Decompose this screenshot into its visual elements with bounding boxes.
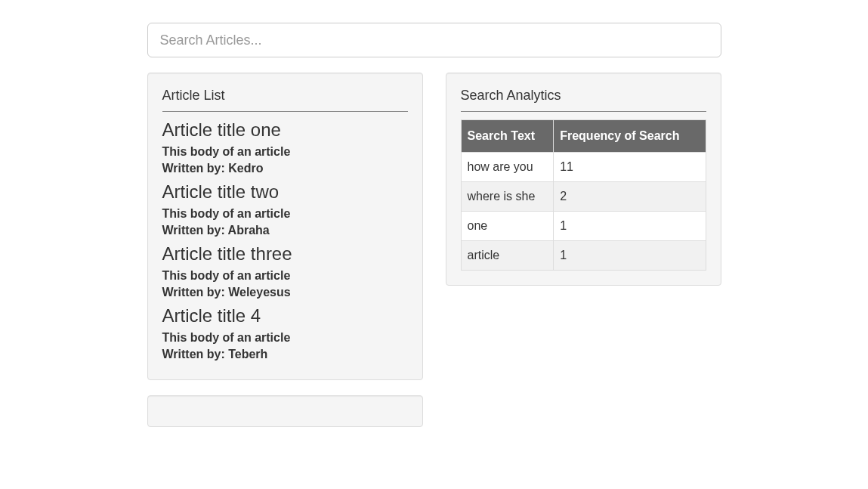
table-header-row: Search Text Frequency of Search xyxy=(461,120,706,153)
article-item: Article title oneThis body of an article… xyxy=(162,119,408,175)
article-body: This body of an article xyxy=(162,331,408,345)
article-author: Written by: Weleyesus xyxy=(162,286,408,299)
search-input[interactable] xyxy=(147,23,721,57)
analytics-heading: Search Analytics xyxy=(461,88,706,104)
cell-frequency: 1 xyxy=(554,212,706,241)
article-author: Written by: Teberh xyxy=(162,348,408,361)
cell-search-text: one xyxy=(461,212,554,241)
article-author: Written by: Kedro xyxy=(162,162,408,175)
cell-search-text: where is she xyxy=(461,182,554,212)
article-title: Article title 4 xyxy=(162,305,408,327)
article-title: Article title two xyxy=(162,181,408,203)
column-frequency: Frequency of Search xyxy=(554,120,706,153)
article-title: Article title three xyxy=(162,243,408,265)
article-item: Article title threeThis body of an artic… xyxy=(162,243,408,299)
article-item: Article title 4This body of an articleWr… xyxy=(162,305,408,361)
article-list-heading: Article List xyxy=(162,88,408,104)
table-row: how are you11 xyxy=(461,153,706,182)
empty-panel xyxy=(147,395,423,427)
table-row: article1 xyxy=(461,241,706,271)
article-body: This body of an article xyxy=(162,269,408,283)
article-author: Written by: Abraha xyxy=(162,224,408,237)
analytics-panel: Search Analytics Search Text Frequency o… xyxy=(446,73,721,286)
column-search-text: Search Text xyxy=(461,120,554,153)
divider xyxy=(162,111,408,112)
cell-search-text: article xyxy=(461,241,554,271)
analytics-column: Search Analytics Search Text Frequency o… xyxy=(446,73,721,427)
main-container: Article List Article title oneThis body … xyxy=(147,0,721,450)
divider xyxy=(461,111,706,112)
article-list-panel: Article List Article title oneThis body … xyxy=(147,73,423,380)
cell-search-text: how are you xyxy=(461,153,554,182)
article-list: Article title oneThis body of an article… xyxy=(162,119,408,361)
table-row: one1 xyxy=(461,212,706,241)
cell-frequency: 2 xyxy=(554,182,706,212)
analytics-table: Search Text Frequency of Search how are … xyxy=(461,119,706,271)
cell-frequency: 11 xyxy=(554,153,706,182)
cell-frequency: 1 xyxy=(554,241,706,271)
article-body: This body of an article xyxy=(162,145,408,159)
article-title: Article title one xyxy=(162,119,408,141)
content-row: Article List Article title oneThis body … xyxy=(147,73,721,427)
table-row: where is she2 xyxy=(461,182,706,212)
article-item: Article title twoThis body of an article… xyxy=(162,181,408,237)
article-body: This body of an article xyxy=(162,207,408,221)
article-list-column: Article List Article title oneThis body … xyxy=(147,73,423,427)
